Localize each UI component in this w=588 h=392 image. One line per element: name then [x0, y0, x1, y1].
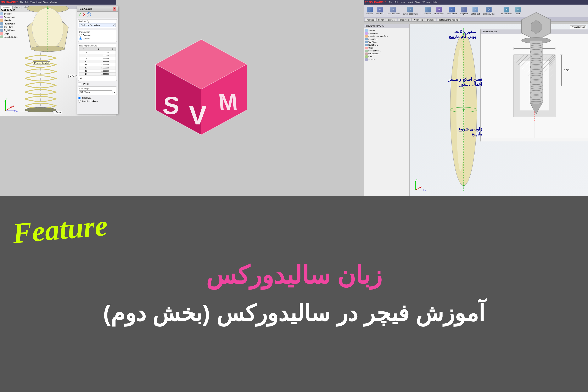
ribbon-divider1 [421, 7, 421, 15]
right-fm-front[interactable]: Front Plane [365, 38, 408, 41]
row-12-p[interactable]: 1.666666 [88, 66, 110, 70]
fm-item-material-label: Material [4, 19, 12, 22]
right-fm-cut1[interactable]: Cut-Extrude1 [365, 52, 408, 55]
right-fm-right[interactable]: Right Plane [365, 44, 408, 46]
swept-boss-label: Swept Boss Base [403, 13, 418, 15]
dialog-titlebar: Helix/Spiral1 ✕ [77, 6, 118, 12]
rmenu-tools[interactable]: Tools [415, 1, 420, 4]
ribbon-swept-cut[interactable]: ⟑ Swept Cut [459, 6, 468, 15]
constant-radio-item[interactable]: Constant [79, 34, 116, 37]
rmenu-window[interactable]: Window [423, 1, 430, 4]
table-row[interactable]: 81.666666 [80, 54, 116, 57]
row-8-p[interactable]: 1.666666 [88, 54, 110, 57]
rtab-evaluate[interactable]: Evaluate [425, 18, 436, 21]
axis-triad: X Y Z [3, 96, 20, 113]
menu-view[interactable]: View [30, 1, 35, 4]
clockwise-radio-item[interactable]: Clockwise [78, 97, 117, 99]
rtab-sheet-metal[interactable]: Sheet Metal [398, 18, 412, 21]
front-view-label: *Front [54, 111, 62, 114]
right-fm-origin[interactable]: Origin [365, 46, 408, 49]
variable-radio-item[interactable]: Variable [79, 37, 116, 40]
row-7-p[interactable]: 1.666666 [88, 51, 110, 54]
rtab-surfaces[interactable]: Surfaces [386, 18, 398, 21]
ribbon-hole-wizard[interactable]: ⊕ Hole Wizard [434, 6, 444, 15]
boundary-cut-label: Boundary Cut [483, 13, 494, 15]
right-fm-top[interactable]: Top Plane [365, 41, 408, 44]
counterclockwise-radio-item[interactable]: Counterclockwise [78, 100, 117, 103]
start-angle-dropdown[interactable]: ▼ [113, 91, 116, 94]
rtab-features[interactable]: Features [365, 18, 376, 21]
ribbon-extrude-boss[interactable]: ⬡ Extruded [366, 6, 374, 15]
dialog-ok-btn[interactable]: ✓ [78, 12, 81, 17]
row-9-num: 9 [80, 57, 88, 60]
clockwise-radio[interactable] [78, 97, 81, 99]
dialog-help-btn[interactable]: ? [87, 12, 91, 17]
ribbon-swept-boss[interactable]: ⟑ Swept Boss Base [402, 6, 418, 15]
table-row[interactable]: 101.666666 [80, 60, 116, 63]
bottom-section: Feature زبان ساليدورکس آموزش فیچر در سال… [0, 196, 588, 392]
sw-top-menubar[interactable]: SOLIDWORKS File Edit View Insert Tools W… [0, 0, 116, 4]
reverse-checkbox[interactable] [78, 82, 81, 85]
row-9-p[interactable]: 1.666666 [88, 57, 110, 60]
reverse-checkbox-row: Reverse [78, 82, 117, 85]
rmenu-help[interactable]: Help [432, 1, 437, 4]
right-fm-sketch[interactable]: Sketch1 [365, 58, 408, 61]
dialog-close-btn[interactable]: ✕ [113, 7, 116, 10]
rtab-weldments[interactable]: Weldments [412, 18, 425, 21]
region-params-label: Region parameters [79, 44, 116, 47]
rmenu-view[interactable]: View [401, 1, 405, 4]
menu-insert[interactable]: Insert [36, 1, 42, 4]
right-fm-fillet-label: Fillet1 [368, 56, 373, 58]
menu-edit[interactable]: Edit [25, 1, 28, 4]
menu-file[interactable]: File [20, 1, 24, 4]
start-angle-input[interactable] [79, 90, 112, 94]
right-fm-annotations-label: Annotations [368, 32, 378, 34]
table-row[interactable]: 111.666666 [80, 63, 116, 66]
table-row[interactable]: 71.666666 [80, 51, 116, 54]
menu-window[interactable]: Window [50, 1, 57, 4]
right-fm-boss1[interactable]: Boss-Extrude1 [365, 49, 408, 52]
row-8-num: 8 [80, 54, 88, 57]
row-14-p[interactable]: 1.666666 [88, 72, 110, 76]
row-13-p[interactable]: 1.666666 [88, 70, 110, 72]
table-row[interactable]: 121.666666 [80, 66, 116, 70]
table-row[interactable]: 141.666666 [80, 72, 116, 76]
subtitle-persian: آموزش فیچر در ساليدورکس (بخش دوم) [103, 298, 485, 328]
row-11-p[interactable]: 1.666666 [88, 63, 110, 66]
ribbon-boundary-cut[interactable]: ⬡ Boundary Cut [482, 6, 495, 15]
rtab-addins[interactable]: SOLIDWORKS Add-Ins [437, 18, 460, 21]
table-row[interactable]: 131.666666 [80, 70, 116, 72]
menu-tools[interactable]: Tools [43, 1, 48, 4]
dialog-cancel-btn[interactable]: ✕ [82, 12, 86, 17]
right-fm-part-label: Part1 (Default<<De... [365, 25, 384, 27]
defined-by-label: Defined By: [79, 20, 116, 22]
svg-marker-95 [530, 103, 542, 114]
right-fm-annotations[interactable]: Annotations [365, 32, 408, 35]
rmenu-edit[interactable]: Edit [394, 1, 398, 4]
constant-radio[interactable] [79, 34, 82, 37]
sw-right-logo: 2D SOLIDWORKS [365, 1, 386, 4]
rtab-sketch[interactable]: Sketch [376, 18, 386, 21]
table-scroll-left[interactable]: ◄ [79, 76, 82, 80]
ribbon-revolved-boss[interactable]: ○ Revolved [376, 6, 384, 15]
right-fm-sensors[interactable]: Sensors [365, 29, 408, 32]
row-12-r [110, 66, 116, 70]
ribbon-revolved-cut[interactable]: ○ Revolved Cut [446, 6, 458, 15]
ribbon-extruded-cut[interactable]: ⬡ Extruded [424, 6, 432, 15]
ribbon-lofted-cut[interactable]: ⟡ Lofted Cut [470, 6, 480, 15]
defined-by-select[interactable]: Pitch and Revolution Height and Revoluti… [79, 23, 116, 27]
row-7-num: 7 [80, 51, 88, 54]
right-fm-material[interactable]: Material <not specified> [365, 35, 408, 38]
right-fm-header: Part1 (Default<<De... [364, 24, 410, 28]
rmenu-insert[interactable]: Insert [408, 1, 413, 4]
extruded-cut-icon: ⬡ [425, 7, 431, 12]
variable-radio[interactable] [79, 37, 82, 40]
row-10-p[interactable]: 1.666666 [88, 60, 110, 63]
rmenu-file[interactable]: File [389, 1, 392, 4]
right-fm-fillet[interactable]: Fillet1 [365, 55, 408, 58]
counterclockwise-radio[interactable] [78, 100, 81, 103]
ribbon-lofted-boss[interactable]: ⟡ Lofted Boss/Base [386, 6, 400, 15]
dialog-body: Defined By: Pitch and Revolution Height … [77, 18, 118, 105]
table-row[interactable]: 91.666666 [80, 57, 116, 60]
tab-features[interactable]: Features [1, 6, 12, 9]
